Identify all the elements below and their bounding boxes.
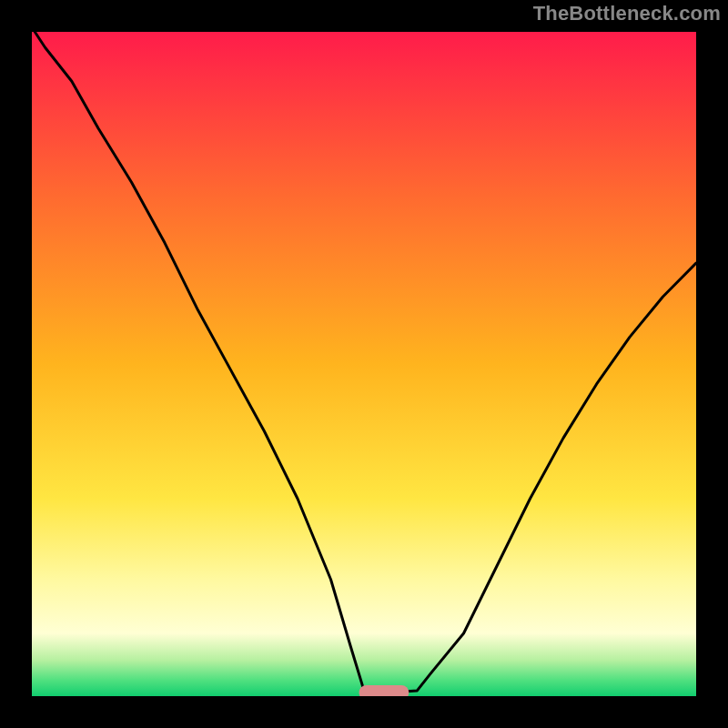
plot-background [32, 27, 696, 701]
bottleneck-chart [0, 0, 728, 728]
chart-frame: TheBottleneck.com [0, 0, 728, 728]
